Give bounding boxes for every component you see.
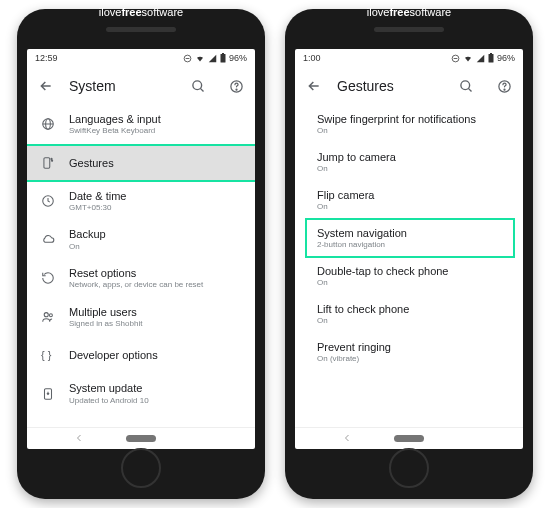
row-double-tap[interactable]: Double-tap to check phoneOn [295, 257, 523, 295]
svg-line-5 [200, 88, 203, 91]
svg-rect-11 [44, 157, 50, 168]
row-reset[interactable]: Reset optionsNetwork, apps, or device ca… [27, 259, 255, 298]
svg-point-7 [236, 89, 237, 90]
row-flip-camera[interactable]: Flip cameraOn [295, 181, 523, 219]
reset-icon [41, 271, 69, 285]
svg-point-13 [52, 160, 53, 161]
nav-back-button[interactable] [73, 430, 85, 448]
battery-text: 96% [229, 53, 247, 63]
row-sub: On [69, 242, 241, 252]
row-sub: On [317, 278, 509, 288]
row-users[interactable]: Multiple usersSigned in as Shobhit [27, 298, 255, 337]
row-sub: SwiftKey Beta Keyboard [69, 126, 241, 136]
page-title: Gestures [337, 78, 443, 94]
clock-icon [41, 194, 69, 208]
search-button[interactable] [457, 77, 475, 95]
row-title: Flip camera [317, 188, 509, 202]
svg-point-4 [192, 80, 201, 89]
row-title: Double-tap to check phone [317, 264, 509, 278]
svg-point-25 [504, 89, 505, 90]
gesture-icon [41, 156, 69, 170]
status-bar: 1:00 96% [295, 49, 523, 67]
row-title: Lift to check phone [317, 302, 509, 316]
screen-left: 12:59 96% System [27, 49, 255, 449]
globe-icon [41, 117, 69, 131]
nav-home-pill[interactable] [126, 435, 156, 442]
clock: 12:59 [35, 53, 58, 63]
back-button[interactable] [37, 77, 55, 95]
svg-rect-21 [490, 53, 492, 54]
row-title: Jump to camera [317, 150, 509, 164]
settings-list: Languages & inputSwiftKey Beta Keyboard … [27, 105, 255, 427]
row-prevent-ringing[interactable]: Prevent ringingOn (vibrate) [295, 333, 523, 371]
row-sub: Signed in as Shobhit [69, 319, 241, 329]
svg-point-22 [460, 80, 469, 89]
brand-label: ilovefreesoftware [99, 6, 183, 18]
search-button[interactable] [189, 77, 207, 95]
update-icon [41, 387, 69, 401]
row-datetime[interactable]: Date & timeGMT+05:30 [27, 182, 255, 221]
app-bar: Gestures [295, 67, 523, 105]
svg-point-15 [44, 313, 48, 317]
help-button[interactable] [227, 77, 245, 95]
status-bar: 12:59 96% [27, 49, 255, 67]
row-sub: Network, apps, or device can be reset [69, 280, 241, 290]
braces-icon: { } [41, 349, 69, 361]
battery-text: 96% [497, 53, 515, 63]
row-sub: Updated to Android 10 [69, 396, 241, 406]
row-jump-camera[interactable]: Jump to cameraOn [295, 143, 523, 181]
nav-back-button[interactable] [341, 430, 353, 448]
battery-icon [488, 53, 494, 63]
row-sub: On [317, 316, 509, 326]
row-system-navigation[interactable]: System navigation2-button navigation [295, 219, 523, 257]
row-sub: 2-button navigation [317, 240, 509, 250]
row-title: Languages & input [69, 112, 241, 126]
row-title: Prevent ringing [317, 340, 509, 354]
row-backup[interactable]: BackupOn [27, 220, 255, 259]
page-title: System [69, 78, 175, 94]
dnd-icon [183, 54, 192, 63]
brand-label: ilovefreesoftware [367, 6, 451, 18]
row-title: System navigation [317, 226, 509, 240]
nav-bar [295, 427, 523, 449]
app-bar: System [27, 67, 255, 105]
row-sub: On (vibrate) [317, 354, 509, 364]
row-title: Backup [69, 227, 241, 241]
row-lift-check[interactable]: Lift to check phoneOn [295, 295, 523, 333]
row-gestures[interactable]: Gestures [27, 144, 255, 182]
nav-bar [27, 427, 255, 449]
row-sub: On [317, 164, 509, 174]
row-fingerprint[interactable]: Swipe fingerprint for notificationsOn [295, 105, 523, 143]
wifi-icon [463, 54, 473, 63]
row-sub: GMT+05:30 [69, 203, 241, 213]
row-title: Swipe fingerprint for notifications [317, 112, 509, 126]
row-update[interactable]: System updateUpdated to Android 10 [27, 374, 255, 413]
row-title: Date & time [69, 189, 241, 203]
screen-right: 1:00 96% Gestures Swipe fingerpr [295, 49, 523, 449]
users-icon [41, 310, 69, 324]
svg-point-16 [49, 314, 52, 317]
signal-icon [208, 54, 217, 63]
battery-icon [220, 53, 226, 63]
row-title: Multiple users [69, 305, 241, 319]
phone-frame-right: ilovefreesoftware 1:00 96% Gestures [285, 9, 533, 499]
cloud-icon [41, 233, 69, 247]
svg-rect-3 [222, 53, 224, 54]
clock: 1:00 [303, 53, 321, 63]
row-title: Reset options [69, 266, 241, 280]
row-languages[interactable]: Languages & inputSwiftKey Beta Keyboard [27, 105, 255, 144]
back-button[interactable] [305, 77, 323, 95]
dnd-icon [451, 54, 460, 63]
row-sub: On [317, 126, 509, 136]
nav-home-pill[interactable] [394, 435, 424, 442]
signal-icon [476, 54, 485, 63]
phone-frame-left: ilovefreesoftware 12:59 96% System [17, 9, 265, 499]
wifi-icon [195, 54, 205, 63]
row-title: System update [69, 381, 241, 395]
status-icons: 96% [183, 53, 247, 63]
help-button[interactable] [495, 77, 513, 95]
row-sub: On [317, 202, 509, 212]
status-icons: 96% [451, 53, 515, 63]
row-developer[interactable]: { } Developer options [27, 336, 255, 374]
row-title: Gestures [69, 156, 241, 170]
